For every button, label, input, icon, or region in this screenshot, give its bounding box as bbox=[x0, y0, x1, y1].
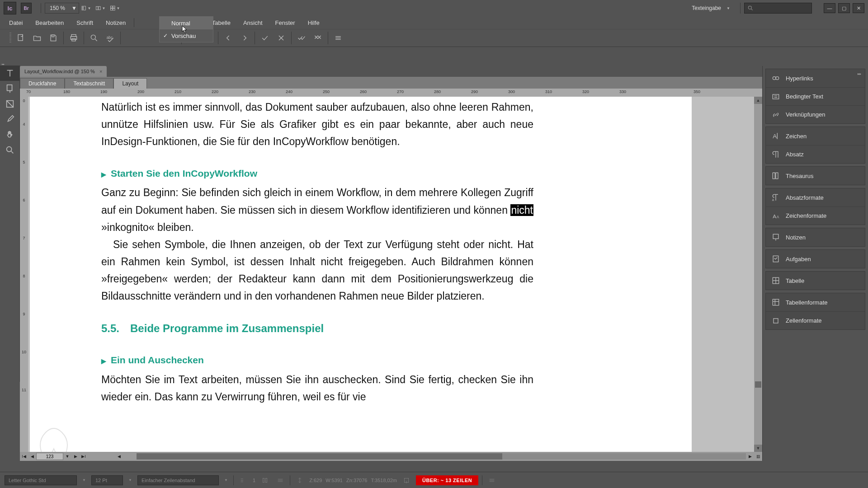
page-dd-icon[interactable]: ▼ bbox=[63, 454, 71, 459]
panel-conditional-text[interactable]: Bedingter Text bbox=[766, 87, 865, 105]
panel-cell-styles[interactable]: Zellenformate bbox=[766, 311, 865, 329]
scroll-up-icon[interactable]: ▲ bbox=[754, 97, 762, 104]
font-size-field[interactable]: 12 Pt bbox=[91, 475, 123, 485]
search-box[interactable] bbox=[744, 3, 812, 14]
last-page-icon[interactable]: ▶I bbox=[80, 454, 88, 459]
font-family-field[interactable]: Letter Gothic Std bbox=[5, 475, 77, 485]
svg-rect-63 bbox=[263, 478, 264, 482]
panel-assignments[interactable]: Aufgaben bbox=[766, 250, 865, 268]
panel-notes[interactable]: Notizen bbox=[766, 228, 865, 246]
tab-galley[interactable]: Druckfahne bbox=[20, 78, 65, 89]
new-doc-icon[interactable] bbox=[13, 32, 29, 44]
tab-layout[interactable]: Layout bbox=[113, 78, 147, 89]
hamburger-icon[interactable] bbox=[274, 475, 286, 485]
position-tool-icon[interactable] bbox=[0, 96, 20, 112]
panel-hyperlinks[interactable]: Hyperlinks bbox=[766, 69, 865, 87]
eyedropper-icon[interactable] bbox=[0, 112, 20, 127]
reject-icon[interactable] bbox=[273, 32, 289, 44]
hscroll-left-icon[interactable]: ◀ bbox=[115, 454, 123, 459]
svg-rect-64 bbox=[265, 478, 267, 482]
svg-text:A: A bbox=[773, 213, 776, 219]
arrange-icon[interactable]: ▼ bbox=[109, 2, 121, 14]
panel-character-styles[interactable]: AAZeichenformate bbox=[766, 206, 865, 225]
chevron-down-icon[interactable]: ▼ bbox=[70, 5, 79, 11]
tab-story[interactable]: Textabschnitt bbox=[65, 78, 113, 89]
page-number-field[interactable] bbox=[36, 453, 63, 460]
panel-label: Hyperlinks bbox=[786, 75, 813, 82]
type-tool-icon[interactable] bbox=[0, 66, 20, 81]
toolbar-menu-icon[interactable] bbox=[330, 32, 346, 44]
collapse-panel-icon[interactable]: ▸▸ bbox=[858, 72, 863, 77]
stat-zn: Zn:37076 bbox=[346, 478, 367, 483]
menu-schrift[interactable]: Schrift bbox=[70, 16, 99, 29]
page: Natürlich ist es immer sinnvoll, das Dok… bbox=[30, 97, 692, 452]
view-mode-2-icon[interactable]: ▼ bbox=[95, 2, 107, 14]
save-icon[interactable] bbox=[45, 32, 61, 44]
svg-rect-3 bbox=[99, 6, 100, 9]
scroll-down-icon[interactable]: ▼ bbox=[754, 445, 762, 452]
columns-icon[interactable] bbox=[259, 475, 271, 485]
next-page-icon[interactable]: ▶ bbox=[71, 454, 80, 459]
menu-datei[interactable]: Datei bbox=[3, 16, 29, 29]
statusbar-menu-icon[interactable] bbox=[486, 475, 498, 485]
hscroll-right-icon[interactable]: ▶ bbox=[746, 454, 754, 459]
svg-rect-11 bbox=[52, 35, 54, 37]
leading-field[interactable]: Einfacher Zeilenabstand bbox=[137, 475, 219, 485]
minimize-button[interactable]: — bbox=[824, 3, 835, 13]
menu-notizen[interactable]: Notizen bbox=[99, 16, 132, 29]
horizontal-scrollbar[interactable] bbox=[137, 453, 746, 460]
svg-rect-10 bbox=[18, 35, 23, 41]
menu-fenster[interactable]: Fenster bbox=[269, 16, 302, 29]
document-tab[interactable]: Layout_Workflow.indd @ 150 % × bbox=[20, 66, 107, 77]
zoom-tool-icon[interactable] bbox=[0, 142, 20, 158]
next-icon[interactable] bbox=[236, 32, 253, 44]
menu-bearbeiten[interactable]: Bearbeiten bbox=[29, 16, 70, 29]
font-family-label: Letter Gothic Std bbox=[9, 478, 46, 483]
close-tab-icon[interactable]: × bbox=[99, 69, 102, 74]
reject-all-icon[interactable] bbox=[310, 32, 326, 44]
panel-label: Notizen bbox=[786, 234, 806, 241]
svg-rect-6 bbox=[111, 9, 113, 10]
panel-links[interactable]: Verknüpfungen bbox=[766, 105, 865, 123]
text-frame[interactable]: Natürlich ist es immer sinnvoll, das Dok… bbox=[101, 99, 533, 406]
panel-label: Tabellenformate bbox=[786, 299, 828, 306]
prev-icon[interactable] bbox=[220, 32, 236, 44]
menu-ansicht[interactable]: Ansicht bbox=[237, 16, 269, 29]
panel-paragraph-styles[interactable]: AAbsatzformate bbox=[766, 188, 865, 206]
close-button[interactable]: ✕ bbox=[853, 3, 864, 13]
panel-paragraph[interactable]: Absatz bbox=[766, 145, 865, 163]
canvas[interactable]: Natürlich ist es immer sinnvoll, das Dok… bbox=[28, 97, 754, 452]
find-icon[interactable] bbox=[86, 32, 102, 44]
panel-thesaurus[interactable]: Thesaurus bbox=[766, 167, 865, 185]
svg-point-38 bbox=[773, 77, 776, 80]
workspace-dropdown[interactable]: Texteingabe ▼ bbox=[687, 3, 736, 14]
spellcheck-icon[interactable]: abc bbox=[102, 32, 118, 44]
scroll-thumb[interactable] bbox=[137, 453, 502, 460]
open-icon[interactable] bbox=[29, 32, 45, 44]
accept-all-icon[interactable] bbox=[293, 32, 310, 44]
prev-page-icon[interactable]: ◀ bbox=[28, 454, 36, 459]
hand-tool-icon[interactable] bbox=[0, 127, 20, 142]
zoom-level-field[interactable]: 150 % ▼ bbox=[45, 3, 79, 14]
accept-icon[interactable] bbox=[257, 32, 273, 44]
maximize-button[interactable]: ▢ bbox=[838, 3, 850, 13]
workspace-label: Texteingabe bbox=[692, 5, 721, 11]
svg-rect-46 bbox=[776, 173, 778, 178]
lines-icon bbox=[237, 475, 249, 485]
note-tool-icon[interactable] bbox=[0, 81, 20, 96]
first-page-icon[interactable]: I◀ bbox=[20, 454, 28, 459]
toolbar-handle[interactable] bbox=[8, 29, 13, 47]
scroll-thumb[interactable] bbox=[755, 381, 761, 388]
panel-label: Absatzformate bbox=[786, 194, 824, 201]
view-mode-1-icon[interactable]: ▼ bbox=[80, 2, 92, 14]
panel-table-styles[interactable]: Tabellenformate bbox=[766, 293, 865, 311]
stat-z: Z:629 bbox=[309, 478, 322, 483]
panel-table[interactable]: Tabelle bbox=[766, 272, 865, 290]
panel-character[interactable]: AZeichen bbox=[766, 127, 865, 145]
print-icon[interactable] bbox=[66, 32, 82, 44]
vertical-scrollbar[interactable]: ▲ ▼ bbox=[754, 97, 762, 452]
menu-hilfe[interactable]: Hilfe bbox=[302, 16, 326, 29]
split-view-icon[interactable]: ▥ bbox=[754, 454, 762, 459]
bridge-icon[interactable]: Br bbox=[21, 3, 32, 14]
highlighted-text: nicht bbox=[510, 204, 533, 216]
